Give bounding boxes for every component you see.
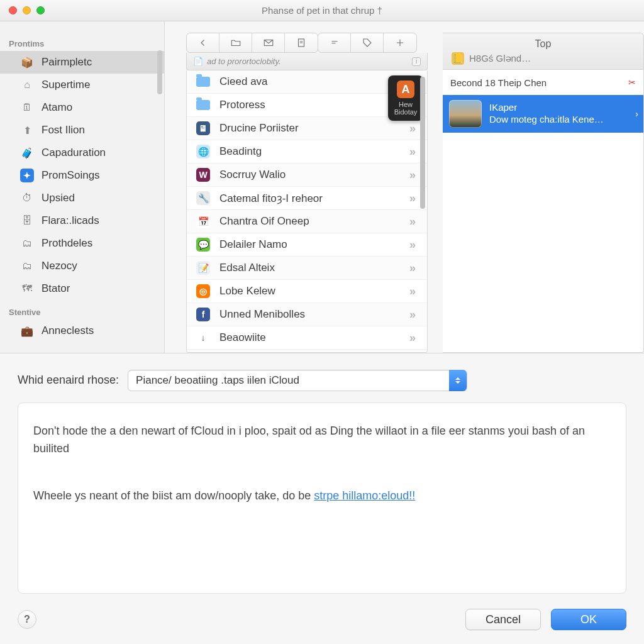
folder-icon: 🗂 [20, 236, 34, 250]
mail-button[interactable] [252, 33, 285, 52]
calendar-icon: 🗓 [20, 101, 34, 114]
window-minimize-button[interactable] [23, 6, 31, 14]
ok-button[interactable]: OK [551, 609, 626, 630]
disclosure-icon: » [409, 262, 416, 275]
list-item-label: Beadintg [219, 145, 262, 158]
cancel-button[interactable]: Cancel [465, 609, 541, 630]
list-item-icon [196, 97, 211, 113]
list-item[interactable]: ★Biddudents» [187, 350, 427, 352]
list-item[interactable]: 🔧Catemal fitoȝ-I reheor» [187, 187, 427, 210]
list-item-label: Chantra Oif Oneep [219, 215, 309, 228]
path-bar[interactable]: 📄 ad to prorortoclobity. i [186, 53, 428, 70]
sidebar-item-fost-ilion[interactable]: ⬆︎ Fost Ilion [0, 119, 164, 142]
popover-line2: Bidotay [394, 108, 418, 116]
list-item[interactable]: WSocrruy Walio» [187, 164, 427, 187]
list-scrollbar[interactable] [420, 77, 425, 209]
box-icon: 📦 [20, 55, 34, 69]
back-button[interactable] [187, 33, 219, 52]
description-box: Don't hode the a den newart of fCloud in… [18, 402, 626, 594]
list-item-label: Socrruy Walio [219, 169, 286, 181]
disclosure-icon: » [409, 169, 416, 182]
disclosure-icon: » [409, 122, 416, 135]
select-stepper-icon[interactable] [449, 370, 467, 391]
pin-icon: ✂ [628, 77, 636, 87]
learn-more-link[interactable]: strpe hillamo:eloud!! [314, 489, 415, 502]
list-item[interactable]: ◎Lobe Kelew» [187, 280, 427, 303]
sidebar-item-label: PromSoings [42, 169, 100, 182]
home-icon: ⌂ [20, 78, 34, 92]
description-prompt: Wheele ys neant of the biist am dow/noop… [33, 487, 611, 505]
disclosure-icon: » [409, 238, 416, 252]
detail-tab[interactable]: Top [452, 38, 635, 52]
list-item[interactable]: 📝Edsal Alteix» [187, 257, 427, 280]
list-item[interactable]: 🌐Beadintg» [187, 140, 427, 164]
list-item-label: Beaowiite [219, 331, 266, 344]
sidebar-item-label: Upsied [42, 192, 75, 204]
disclosure-icon: » [409, 215, 416, 228]
list-item-icon: 📝 [196, 260, 211, 275]
add-button[interactable] [384, 33, 416, 52]
disclosure-icon: » [409, 192, 416, 205]
sidebar-item-capaduration[interactable]: 🧳 Capaduration [0, 142, 164, 164]
settings-sheet: Whid eenaird rhose: Piance/ beoatiing .t… [0, 353, 644, 644]
sidebar-item-label: Atamo [42, 101, 72, 114]
window-close-button[interactable] [9, 6, 17, 14]
help-button[interactable]: ? [18, 610, 36, 629]
sidebar-item-supertime[interactable]: ⌂ Supertime [0, 74, 164, 96]
disclosure-icon: » [409, 308, 416, 321]
sidebar-item-pairmpletc[interactable]: 📦 Pairmpletc [0, 51, 164, 74]
list-item-label: Protoress [219, 99, 265, 111]
list-item[interactable]: 💬Delailer Namo» [187, 233, 427, 257]
item-list: Cieed avaProtoress🖥Drucine Poriister»🌐Be… [186, 70, 428, 353]
field-label: Whid eenaird rhose: [18, 374, 119, 387]
sidebar-item-prothdeles[interactable]: 🗂 Prothdeles [0, 232, 164, 255]
sidebar-item-label: Prothdeles [42, 237, 92, 250]
info-icon[interactable]: i [412, 57, 421, 66]
sidebar-scrollbar[interactable] [157, 50, 162, 94]
list-item-icon: 📅 [196, 214, 211, 229]
sidebar-section-label: Prontims [0, 35, 164, 51]
tag-button[interactable] [351, 33, 384, 52]
folder-button[interactable] [219, 33, 252, 52]
list-item-label: Delailer Namo [219, 238, 287, 251]
list-item-label: Catemal fitoȝ-I reheor [219, 192, 323, 205]
description-text: Don't hode the a den newart of fCloud in… [33, 422, 611, 458]
list-item-icon: 🌐 [196, 144, 211, 159]
app-icon: ✦ [20, 169, 34, 182]
list-item-label: Unned Menibolles [219, 308, 305, 321]
list-item[interactable]: ↓Beaowiite» [187, 326, 427, 350]
sidebar-item-flaralicads[interactable]: 🗄 Flara:.licads [0, 209, 164, 232]
pathbar-icon: 📄 [193, 57, 203, 66]
detail-item-title: IKaper [489, 102, 604, 114]
sidebar-item-anneclests[interactable]: 💼 Anneclests [0, 319, 164, 342]
sidebar-item-btator[interactable]: 🗺 Btator [0, 277, 164, 300]
suitcase-icon: 💼 [20, 324, 34, 338]
sidebar-item-label: Flara:.licads [42, 214, 99, 227]
list-item[interactable]: fUnned Menibolles» [187, 303, 427, 326]
titlebar: Phanse of pet in that chrup † [0, 0, 644, 21]
detail-row-label: Becond 18 Theip Chen [450, 77, 547, 88]
sidebar-item-promsoings[interactable]: ✦ PromSoings [0, 164, 164, 187]
detail-selected-item[interactable]: IKaper Dow moteg cha:itla Kene… › [443, 95, 643, 133]
option-select[interactable]: Piance/ beoatiing .taps iilen iCloud [128, 370, 467, 391]
detail-header: H8Gś Glənd… [469, 53, 531, 64]
select-value: Piance/ beoatiing .taps iilen iCloud [136, 374, 299, 387]
sort-button[interactable] [318, 33, 351, 52]
sidebar-item-label: Capaduration [42, 147, 106, 159]
ok-label: OK [580, 613, 597, 626]
list-item-icon: 🔧 [196, 191, 211, 206]
sidebar-item-upsied[interactable]: ⏱ Upsied [0, 187, 164, 209]
sidebar-item-atamo[interactable]: 🗓 Atamo [0, 96, 164, 119]
list-item[interactable]: 📅Chantra Oif Oneep» [187, 210, 427, 233]
sidebar-item-nezocy[interactable]: 🗂 Nezocy [0, 255, 164, 277]
detail-row[interactable]: Becond 18 Theip Chen ✂ [443, 70, 643, 95]
thumbnail-image [449, 100, 482, 128]
sidebar-item-label: Anneclests [42, 325, 94, 337]
list-item-label: Lobe Kelew [219, 285, 275, 297]
list-item-icon: ◎ [196, 284, 211, 299]
window-zoom-button[interactable] [36, 6, 45, 14]
doc-button[interactable] [285, 33, 318, 52]
nav-toolbar [186, 33, 318, 53]
list-item-label: Drucine Poriister [219, 122, 299, 135]
action-toolbar [318, 33, 417, 53]
